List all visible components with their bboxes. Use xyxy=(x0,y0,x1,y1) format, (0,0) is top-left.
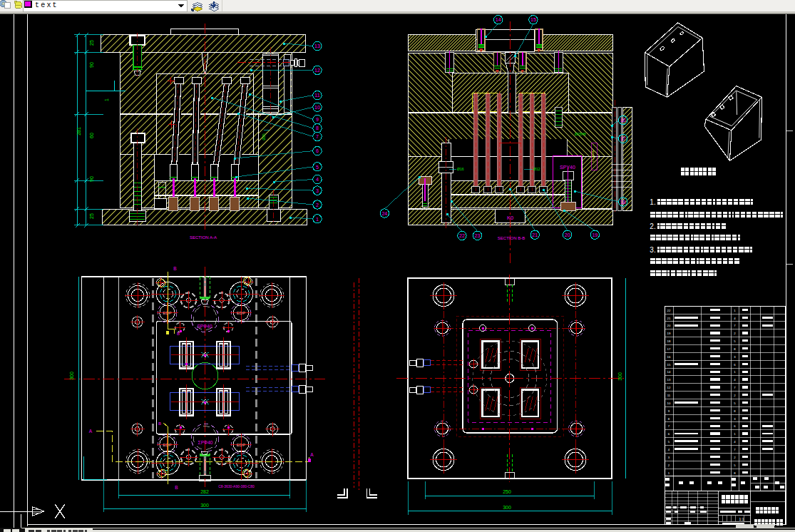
svg-text:1: 1 xyxy=(104,98,109,101)
svg-text:2.: 2. xyxy=(650,222,655,230)
svg-text:EDP: EDP xyxy=(237,443,245,447)
svg-text:SPΦ40: SPΦ40 xyxy=(197,324,212,329)
svg-text:text: text xyxy=(35,1,58,9)
svg-text:22: 22 xyxy=(667,309,671,312)
svg-text:282: 282 xyxy=(200,489,209,494)
svg-text:Ø12: Ø12 xyxy=(533,167,540,171)
svg-text:20: 20 xyxy=(565,232,570,237)
svg-text:14: 14 xyxy=(496,17,501,22)
svg-text:A: A xyxy=(89,429,93,434)
svg-text:19: 19 xyxy=(592,232,597,237)
svg-text:4: 4 xyxy=(316,177,319,182)
svg-text:25: 25 xyxy=(89,40,94,46)
svg-text:90: 90 xyxy=(89,176,94,182)
svg-text:5: 5 xyxy=(316,165,319,170)
svg-text:16: 16 xyxy=(620,118,626,123)
svg-text:13: 13 xyxy=(314,44,320,48)
svg-text:14: 14 xyxy=(667,370,671,374)
svg-text:12: 12 xyxy=(667,386,671,389)
svg-text:12: 12 xyxy=(314,68,320,73)
svg-text:300: 300 xyxy=(503,505,511,510)
svg-text:90: 90 xyxy=(89,62,94,68)
svg-text:EDP: EDP xyxy=(237,311,245,315)
svg-text:13: 13 xyxy=(667,378,671,382)
svg-text:250: 250 xyxy=(503,489,511,494)
svg-text:Ø25H8: Ø25H8 xyxy=(575,132,586,136)
svg-text:6: 6 xyxy=(316,148,319,153)
svg-text:300: 300 xyxy=(617,372,622,381)
svg-text:1: 1 xyxy=(316,217,319,222)
svg-text:17: 17 xyxy=(667,347,671,351)
svg-text:24: 24 xyxy=(381,211,387,216)
svg-text:7: 7 xyxy=(316,134,319,139)
svg-text:10: 10 xyxy=(667,401,671,405)
svg-text:B: B xyxy=(177,332,180,336)
svg-text:11: 11 xyxy=(314,93,319,98)
svg-text:3: 3 xyxy=(316,188,319,193)
svg-text:300: 300 xyxy=(200,503,209,508)
svg-text:2: 2 xyxy=(316,203,319,208)
svg-text:B: B xyxy=(173,266,176,271)
svg-text:19: 19 xyxy=(667,332,671,335)
svg-text:10: 10 xyxy=(314,105,320,110)
svg-text:16: 16 xyxy=(667,355,671,359)
svg-text:B: B xyxy=(158,421,161,426)
svg-text:18: 18 xyxy=(667,339,671,343)
svg-text:8: 8 xyxy=(316,126,319,131)
svg-text:17: 17 xyxy=(620,136,626,141)
svg-text:9: 9 xyxy=(316,117,319,122)
svg-text:SECTION B-B: SECTION B-B xyxy=(498,236,525,240)
svg-text:18: 18 xyxy=(620,200,626,205)
svg-text:281: 281 xyxy=(76,127,81,135)
svg-text:25: 25 xyxy=(89,213,94,219)
svg-text:20: 20 xyxy=(667,324,671,327)
svg-text:15: 15 xyxy=(530,17,536,22)
svg-text:SECTION A-A: SECTION A-A xyxy=(190,235,217,240)
svg-text:22: 22 xyxy=(459,233,465,238)
svg-text:1:1: 1:1 xyxy=(739,517,744,521)
svg-text:21: 21 xyxy=(667,317,671,320)
svg-text:C8-3630-A90-380-C80: C8-3630-A90-380-C80 xyxy=(218,484,255,488)
svg-text:B: B xyxy=(175,485,178,490)
svg-text:ΣPΦ40: ΣPΦ40 xyxy=(198,440,213,445)
svg-text:A: A xyxy=(310,452,314,457)
svg-text:21: 21 xyxy=(532,232,538,237)
svg-text:Ø25: Ø25 xyxy=(262,133,266,140)
svg-text:1.: 1. xyxy=(650,198,655,206)
svg-text:23: 23 xyxy=(475,233,481,238)
svg-text:60: 60 xyxy=(89,133,94,138)
svg-text:3.: 3. xyxy=(650,246,655,254)
svg-text:15: 15 xyxy=(667,363,671,367)
svg-text:Ø16: Ø16 xyxy=(457,167,464,171)
svg-text:300: 300 xyxy=(69,372,74,380)
svg-text:11: 11 xyxy=(667,394,671,397)
